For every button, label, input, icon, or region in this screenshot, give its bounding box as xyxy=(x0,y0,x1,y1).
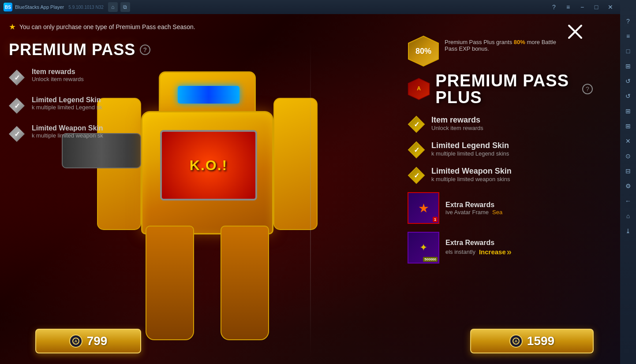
right-sidebar: ? ≡ □ ⊞ ↺ ↺ ⊞ ⊞ ✕ ⊙ ⊟ ⚙ ← ⌂ ⤓ xyxy=(620,0,636,364)
ppp-title: PREMIUM PASS PLUS xyxy=(435,72,575,106)
feature-desc-1: Unlock item rewards xyxy=(32,76,84,82)
feature-title-3: Limited Weapon Skin xyxy=(32,124,103,132)
ppp-title-row: A PREMIUM PASS PLUS ? xyxy=(408,72,593,106)
apex-coin-icon-right: A xyxy=(509,334,523,348)
feature-item-rewards: ✓ Item rewards Unlock item rewards xyxy=(9,68,185,85)
ppp-feature-desc-3: k multiple limited weapon skins xyxy=(431,176,512,182)
app-name: BlueStacks App Player xyxy=(15,4,64,10)
ppp-feature-title-1: Item rewards xyxy=(431,115,483,125)
premium-pass-title: PREMIUM PASS ? xyxy=(9,41,185,59)
game-area: ★ You can only purchase one type of Prem… xyxy=(0,14,620,364)
sidebar-btn-9[interactable]: ✕ xyxy=(621,134,635,148)
maximize-button[interactable]: □ xyxy=(590,3,602,11)
feature-item-weapon: ✓ Limited Weapon Skin k multiple limited… xyxy=(9,124,185,142)
sidebar-btn-3[interactable]: □ xyxy=(621,44,635,58)
sidebar-btn-5[interactable]: ↺ xyxy=(621,74,635,88)
sidebar-btn-8[interactable]: ⊞ xyxy=(621,119,635,133)
ppp-feature-rewards: ✓ Item rewards Unlock item rewards xyxy=(408,115,593,133)
bonus-info-text: Premium Pass Plus grants 80% more Battle… xyxy=(445,35,556,52)
bonus-info-1: Premium Pass Plus grants 80% more Battle xyxy=(445,39,556,45)
ppp-feature-weapon: ✓ Limited Weapon Skin k multiple limited… xyxy=(408,167,593,184)
svg-text:✓: ✓ xyxy=(414,121,419,128)
ppp-feature-legend: ✓ Limited Legend Skin k multiple limited… xyxy=(408,141,593,159)
extra-reward-desc-1: ive Avatar Frame xyxy=(445,209,489,215)
premium-pass-plus-buy-button[interactable]: A 1599 xyxy=(470,329,594,353)
ko-text: K.O.! xyxy=(190,157,228,174)
ppp-info-button[interactable]: ? xyxy=(582,84,593,94)
apex-coin-icon-left: A xyxy=(69,334,82,348)
layers-icon[interactable]: ⧉ xyxy=(120,2,130,12)
ppp-bonus-area: 80% Premium Pass Plus grants 80% more Ba… xyxy=(408,35,593,69)
feature-title-1: Item rewards xyxy=(32,68,84,76)
sidebar-btn-2[interactable]: ≡ xyxy=(621,29,635,43)
app-version: 5.9.100.1013 N32 xyxy=(68,5,104,10)
titlebar: BS BlueStacks App Player 5.9.100.1013 N3… xyxy=(0,0,620,14)
sidebar-btn-10[interactable]: ⊙ xyxy=(621,149,635,163)
sidebar-btn-7[interactable]: ⊞ xyxy=(621,104,635,118)
ppp-feature-desc-1: Unlock item rewards xyxy=(431,125,483,131)
close-dialog-button[interactable] xyxy=(565,22,585,41)
sidebar-btn-settings[interactable]: ⚙ xyxy=(621,179,635,193)
sidebar-btn-1[interactable]: ? xyxy=(621,14,635,28)
chevron-right-icon: » xyxy=(507,247,512,257)
bonus-info-2: Pass EXP bonus. xyxy=(445,45,556,52)
levels-thumbnail: ✦ 500000 xyxy=(408,232,439,264)
premium-pass-plus-price: 1599 xyxy=(527,334,554,348)
avatar-frame-thumbnail: ★ 1 xyxy=(408,192,439,224)
premium-pass-features: ✓ Item rewards Unlock item rewards ✓ Lim… xyxy=(9,68,185,142)
ppp-feature-title-2: Limited Legend Skin xyxy=(431,141,509,150)
premium-pass-price: 799 xyxy=(87,334,108,348)
bluestacks-logo: BS xyxy=(4,3,12,11)
bonus-percent-highlight: 80% xyxy=(514,39,525,45)
extra-reward-extra-1: Sea xyxy=(492,209,502,215)
levels-badge: 500000 xyxy=(423,257,438,262)
feature-desc-3: k multiple limited weapon sk xyxy=(32,132,103,139)
extra-reward-title-2: Extra Rewards xyxy=(445,239,512,247)
star-frame-icon: ★ xyxy=(418,201,429,215)
ppp-extra-reward-avatar: ★ 1 Extra Rewards ive Avatar Frame Sea xyxy=(408,192,593,224)
increase-label: Increase » xyxy=(479,247,512,257)
emblem-icon: ✦ xyxy=(419,242,427,253)
svg-text:✓: ✓ xyxy=(414,172,419,179)
check-diamond-2: ✓ xyxy=(9,98,25,114)
home-icon[interactable]: ⌂ xyxy=(108,2,118,12)
extra-reward-desc-2: els instantly xyxy=(445,249,475,255)
feature-title-2: Limited Legend Skin xyxy=(32,96,102,104)
svg-text:✓: ✓ xyxy=(414,146,419,154)
ppp-feature-desc-2: k multiple limited Legend skins xyxy=(431,150,509,157)
window-controls: ? ≡ − □ ✕ xyxy=(548,3,617,11)
sidebar-btn-4[interactable]: ⊞ xyxy=(621,59,635,73)
premium-pass-panel: PREMIUM PASS ? ✓ Item rewards Unlock ite… xyxy=(9,41,185,142)
robot-visor xyxy=(178,86,239,104)
notice-text: You can only purchase one type of Premiu… xyxy=(19,23,195,30)
robot-right-leg xyxy=(221,226,269,340)
close-window-button[interactable]: ✕ xyxy=(604,3,617,11)
menu-button[interactable]: ≡ xyxy=(562,3,574,11)
feature-item-legend: ✓ Limited Legend Skin k multiple limited… xyxy=(9,96,185,114)
star-icon: ★ xyxy=(9,22,16,32)
svg-text:A: A xyxy=(74,339,77,343)
top-notice: ★ You can only purchase one type of Prem… xyxy=(9,22,195,32)
sidebar-btn-home[interactable]: ⌂ xyxy=(621,209,635,223)
sidebar-btn-download[interactable]: ⤓ xyxy=(621,224,635,238)
premium-pass-info-button[interactable]: ? xyxy=(140,45,150,55)
apex-badge-svg: A xyxy=(408,74,430,104)
sidebar-btn-6[interactable]: ↺ xyxy=(621,89,635,103)
ppp-features-list: ✓ Item rewards Unlock item rewards xyxy=(408,115,593,264)
sidebar-btn-back[interactable]: ← xyxy=(621,194,635,208)
sidebar-btn-11[interactable]: ⊟ xyxy=(621,164,635,178)
avatar-badge: 1 xyxy=(433,217,438,222)
extra-reward-title-1: Extra Rewards xyxy=(445,201,502,209)
titlebar-icons: ⌂ ⧉ xyxy=(108,2,130,12)
feature-desc-2: k multiple limited Legend sk xyxy=(32,104,102,111)
check-diamond-1: ✓ xyxy=(9,70,25,85)
ppp-feature-title-3: Limited Weapon Skin xyxy=(431,167,512,176)
help-button[interactable]: ? xyxy=(548,3,560,11)
ppp-check-1: ✓ xyxy=(408,115,425,133)
minimize-button[interactable]: − xyxy=(576,3,588,11)
ppp-extra-reward-levels: ✦ 500000 Extra Rewards els instantly Inc… xyxy=(408,232,593,264)
premium-pass-buy-button[interactable]: A 799 xyxy=(35,329,141,353)
percent-badge-area: 80% xyxy=(408,35,439,69)
svg-text:A: A xyxy=(515,339,518,343)
premium-pass-plus-panel: 80% Premium Pass Plus grants 80% more Ba… xyxy=(408,35,593,264)
